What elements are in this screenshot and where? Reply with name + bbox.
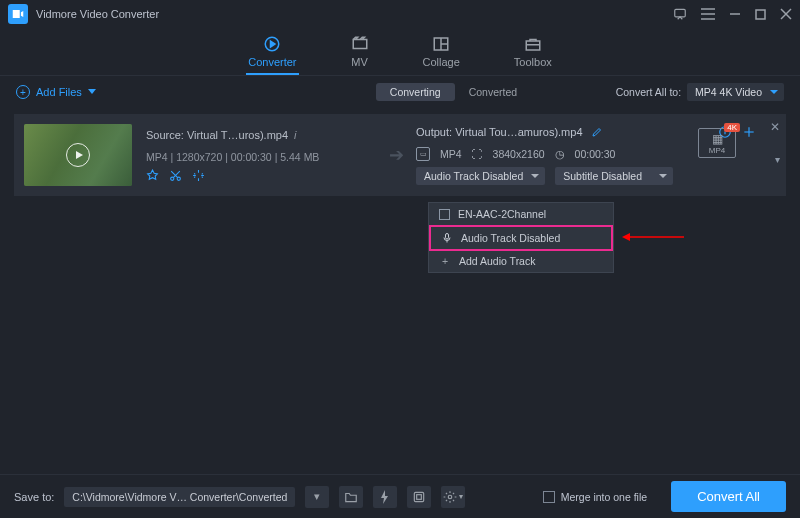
- callout-arrow: [622, 233, 684, 241]
- edit-icon[interactable]: [591, 126, 603, 138]
- subtitle-dropdown[interactable]: Subtitle Disabled: [555, 167, 673, 185]
- cut-icon[interactable]: [169, 169, 182, 182]
- target-format-dropdown[interactable]: MP4 4K Video: [687, 83, 784, 101]
- convert-all-button[interactable]: Convert All: [671, 481, 786, 512]
- file-row: Source: Virtual T…uros).mp4 i MP4 | 1280…: [14, 114, 786, 196]
- svg-rect-5: [756, 10, 765, 19]
- expand-icon[interactable]: ▾: [775, 154, 780, 165]
- play-icon: [66, 143, 90, 167]
- svg-rect-0: [675, 9, 686, 17]
- audio-option-label: Audio Track Disabled: [461, 232, 560, 244]
- enhance-icon[interactable]: [192, 169, 205, 182]
- settings-button[interactable]: ▾: [441, 486, 465, 508]
- plus-icon: +: [16, 85, 30, 99]
- audio-track-menu: EN-AAC-2Channel Audio Track Disabled + A…: [428, 202, 614, 273]
- remove-file-icon[interactable]: ✕: [770, 120, 780, 134]
- audio-option-en-aac[interactable]: EN-AAC-2Channel: [429, 203, 613, 226]
- clock-icon: ◷: [555, 148, 565, 160]
- open-folder-button[interactable]: [339, 486, 363, 508]
- plus-icon: +: [439, 255, 451, 267]
- svg-rect-21: [415, 492, 424, 501]
- app-logo: [8, 4, 28, 24]
- feedback-icon[interactable]: [673, 7, 687, 21]
- audio-track-dropdown[interactable]: Audio Track Disabled: [416, 167, 545, 185]
- checkbox-icon: [543, 491, 555, 503]
- checkbox-icon: [439, 209, 450, 220]
- tab-converter[interactable]: Converter: [248, 35, 296, 68]
- tab-label: Toolbox: [514, 56, 552, 68]
- audio-option-add[interactable]: + Add Audio Track: [429, 250, 613, 272]
- tab-label: MV: [351, 56, 368, 68]
- bottom-bar: Save to: C:\Vidmore\Vidmore V… Converter…: [0, 474, 800, 518]
- task-schedule-button[interactable]: [407, 486, 431, 508]
- svg-rect-22: [417, 494, 422, 499]
- hw-accel-button[interactable]: [373, 486, 397, 508]
- maximize-icon[interactable]: [755, 7, 766, 21]
- subbar: + Add Files Converting Converted Convert…: [0, 76, 800, 108]
- trim-icon[interactable]: [146, 169, 159, 182]
- merge-label: Merge into one file: [561, 491, 647, 503]
- svg-rect-9: [353, 40, 367, 49]
- output-format-badge[interactable]: 4K ▦MP4: [698, 128, 736, 158]
- svg-point-23: [449, 495, 453, 499]
- source-meta: MP4 | 1280x720 | 00:00:30 | 5.44 MB: [146, 151, 376, 163]
- collage-icon: [432, 35, 450, 53]
- 4k-tag: 4K: [724, 123, 740, 132]
- info-icon[interactable]: i: [294, 129, 296, 141]
- convert-all-to-label: Convert All to:: [616, 86, 681, 98]
- tab-collage[interactable]: Collage: [423, 35, 460, 68]
- tab-mv[interactable]: MV: [351, 35, 369, 68]
- arrow-icon: ➔: [376, 144, 416, 166]
- output-resolution: 3840x2160: [493, 148, 545, 160]
- add-files-label: Add Files: [36, 86, 82, 98]
- close-icon[interactable]: [780, 7, 792, 21]
- tab-toolbox[interactable]: Toolbox: [514, 35, 552, 68]
- titlebar: Vidmore Video Converter: [0, 0, 800, 28]
- merge-checkbox[interactable]: Merge into one file: [543, 491, 647, 503]
- converter-icon: [263, 35, 281, 53]
- save-to-label: Save to:: [14, 491, 54, 503]
- resolution-icon: ⛶: [472, 148, 483, 160]
- svg-rect-19: [446, 234, 449, 240]
- tab-label: Collage: [423, 56, 460, 68]
- minimize-icon[interactable]: [729, 7, 741, 21]
- chevron-down-icon: [88, 89, 96, 95]
- audio-option-disabled[interactable]: Audio Track Disabled: [429, 225, 613, 251]
- output-duration: 00:00:30: [575, 148, 616, 160]
- tab-converting[interactable]: Converting: [376, 83, 455, 101]
- add-files-button[interactable]: + Add Files: [16, 85, 96, 99]
- mv-icon: [351, 35, 369, 53]
- mic-off-icon: [441, 232, 453, 244]
- source-filename: Source: Virtual T…uros).mp4: [146, 129, 288, 141]
- audio-option-label: EN-AAC-2Channel: [458, 208, 546, 220]
- path-dropdown-button[interactable]: ▾: [305, 486, 329, 508]
- add-output-icon[interactable]: [742, 125, 756, 139]
- output-filename: Output: Virtual Tou…amuros).mp4: [416, 126, 583, 138]
- output-format: MP4: [440, 148, 462, 160]
- top-nav: Converter MV Collage Toolbox: [0, 28, 800, 76]
- audio-option-label: Add Audio Track: [459, 255, 535, 267]
- format-icon: ▭: [416, 147, 430, 161]
- tab-label: Converter: [248, 56, 296, 68]
- toolbox-icon: [524, 35, 542, 53]
- app-title: Vidmore Video Converter: [36, 8, 159, 20]
- menu-icon[interactable]: [701, 7, 715, 21]
- tab-converted[interactable]: Converted: [455, 83, 531, 101]
- save-path-input[interactable]: C:\Vidmore\Vidmore V… Converter\Converte…: [64, 487, 295, 507]
- video-thumbnail[interactable]: [24, 124, 132, 186]
